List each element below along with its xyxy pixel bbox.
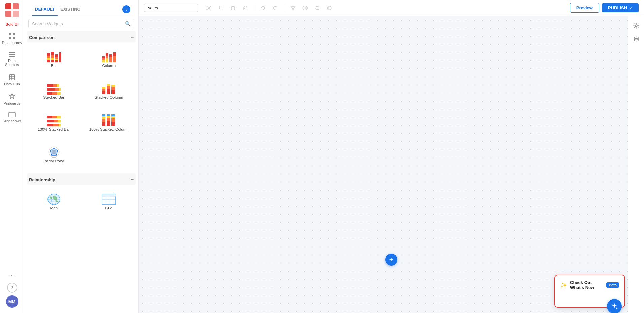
sidebar-item-pinboards-label: Pinboards: [4, 101, 21, 105]
widget-column[interactable]: Column: [82, 44, 136, 74]
tab-collapse-arrow[interactable]: ‹: [122, 5, 130, 13]
publish-button[interactable]: PUBLISH: [602, 3, 639, 12]
svg-rect-3: [13, 11, 19, 17]
view-icon[interactable]: [300, 3, 311, 13]
svg-rect-38: [113, 56, 116, 62]
map-icon: [46, 193, 62, 206]
widget-radar-polar[interactable]: Radar Polar: [27, 139, 81, 169]
widget-grid[interactable]: Grid: [82, 186, 136, 217]
svg-rect-98: [220, 7, 223, 10]
beta-badge: Beta: [606, 282, 619, 288]
svg-rect-68: [102, 116, 105, 119]
preview-button[interactable]: Preview: [570, 3, 599, 13]
widget-radar-polar-label: Radar Polar: [43, 159, 64, 163]
svg-rect-74: [111, 122, 115, 126]
refresh-icon[interactable]: [312, 3, 323, 13]
svg-rect-97: [102, 194, 116, 197]
copy-icon[interactable]: [216, 3, 226, 13]
100-stacked-bar-icon: [46, 114, 62, 127]
search-input[interactable]: [32, 21, 125, 26]
widget-stacked-column[interactable]: Stacked Column: [82, 76, 136, 106]
svg-rect-73: [107, 114, 110, 116]
widget-stacked-column-label: Stacked Column: [95, 95, 123, 99]
canvas-grid-dots: [139, 16, 644, 313]
sidebar-item-data-sources[interactable]: Data Sources: [1, 49, 23, 69]
widget-panel: DEFAULT EXISTING ‹ 🔍 Comparison −: [24, 0, 139, 313]
widget-column-label: Column: [102, 64, 116, 68]
database-icon[interactable]: [631, 34, 642, 45]
svg-rect-53: [107, 84, 110, 86]
comparison-grid: Bar Column: [27, 42, 136, 171]
search-icon: 🔍: [125, 21, 131, 26]
svg-rect-40: [53, 84, 57, 87]
publish-dropdown-icon: [629, 6, 633, 10]
slideshows-icon: [8, 112, 16, 118]
svg-point-106: [635, 25, 637, 27]
sidebar-item-data-hub[interactable]: Data Hub: [1, 71, 23, 89]
whats-new-sparkle-icon: ✨: [560, 282, 567, 288]
sidebar-item-slideshows[interactable]: Slideshows: [1, 109, 23, 126]
svg-rect-10: [9, 56, 15, 57]
user-avatar[interactable]: MM: [6, 295, 18, 308]
delete-icon[interactable]: [240, 3, 251, 13]
more-menu[interactable]: ···: [7, 269, 17, 280]
sidebar-item-slideshows-label: Slideshows: [3, 119, 22, 123]
toolbar-separator-1: [254, 4, 254, 12]
widget-100-stacked-column[interactable]: 100% Stacked Column: [82, 107, 136, 138]
svg-rect-31: [102, 60, 105, 62]
settings-icon[interactable]: [631, 20, 642, 31]
svg-rect-39: [47, 84, 53, 87]
stacked-column-icon: [101, 82, 117, 95]
svg-rect-72: [107, 116, 110, 118]
redo-icon[interactable]: [270, 3, 281, 13]
svg-rect-99: [231, 7, 235, 10]
whats-new-row: ✨ Check Out What's New Beta: [560, 280, 619, 290]
translate-icon[interactable]: [324, 3, 335, 13]
svg-rect-77: [111, 114, 115, 116]
widget-grid-label: Grid: [105, 206, 112, 210]
toolbar-right: Preview PUBLISH: [570, 3, 639, 13]
svg-rect-71: [107, 118, 110, 121]
canvas-area[interactable]: + ✨ Check Out What's New Beta: [139, 16, 644, 313]
svg-rect-56: [111, 85, 115, 87]
svg-rect-67: [102, 119, 105, 122]
tab-default[interactable]: DEFAULT: [32, 3, 58, 16]
filter-icon[interactable]: [288, 3, 298, 13]
widget-100-stacked-bar[interactable]: 100% Stacked Bar: [27, 107, 81, 138]
tab-existing[interactable]: EXISTING: [58, 3, 84, 16]
section-comparison-label: Comparison: [29, 35, 55, 40]
paste-icon[interactable]: [228, 3, 238, 13]
dashboard-name-input[interactable]: [144, 4, 198, 12]
cut-icon[interactable]: [203, 3, 214, 13]
panel-tabs: DEFAULT EXISTING ‹: [28, 3, 134, 16]
widget-map-label: Map: [50, 206, 58, 210]
magic-assistant-button[interactable]: [607, 299, 622, 313]
sidebar-nav: Bold BI Dashboards Data Sources Data Hub…: [0, 0, 24, 313]
svg-rect-66: [102, 122, 105, 126]
widget-stacked-bar[interactable]: Stacked Bar: [27, 76, 81, 106]
svg-rect-48: [102, 91, 105, 94]
help-icon[interactable]: ?: [7, 283, 17, 293]
sidebar-item-dashboards[interactable]: Dashboards: [1, 30, 23, 48]
toolbar-separator-2: [284, 4, 284, 12]
widget-map[interactable]: Map: [27, 186, 81, 217]
canvas-add-button[interactable]: +: [385, 254, 397, 266]
sidebar-item-pinboards[interactable]: Pinboards: [1, 90, 23, 108]
collapse-comparison[interactable]: −: [131, 34, 134, 40]
svg-rect-61: [54, 120, 58, 122]
collapse-relationship[interactable]: −: [131, 177, 134, 183]
svg-rect-4: [9, 33, 11, 35]
whats-new-text[interactable]: Check Out What's New: [570, 280, 604, 290]
undo-icon[interactable]: [258, 3, 268, 13]
data-sources-icon: [8, 52, 16, 58]
stacked-bar-icon: [46, 82, 62, 95]
logo[interactable]: [5, 3, 20, 19]
widget-100-stacked-column-label: 100% Stacked Column: [89, 127, 129, 131]
svg-rect-64: [53, 124, 59, 126]
svg-rect-42: [47, 88, 55, 91]
svg-rect-75: [111, 118, 115, 122]
widget-bar[interactable]: Bar: [27, 44, 81, 74]
svg-rect-59: [57, 116, 61, 118]
section-comparison: Comparison −: [27, 31, 136, 42]
section-relationship-label: Relationship: [29, 177, 55, 182]
